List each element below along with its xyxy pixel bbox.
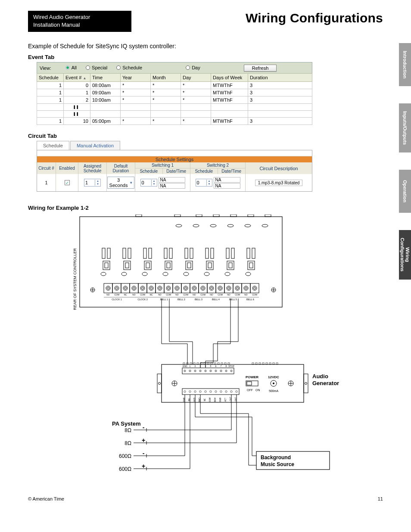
svg-text:NO: NO (227, 293, 230, 296)
table-row: 1210:00am***MTWThF3 (37, 96, 312, 104)
svg-point-100 (202, 287, 204, 289)
tab-operation[interactable]: Operation (399, 170, 411, 213)
svg-point-211 (215, 391, 217, 392)
svg-rect-144 (162, 364, 304, 402)
svg-rect-98 (199, 283, 207, 293)
sw1-date[interactable]: NA (159, 177, 185, 183)
sort-icon: ▲ (83, 76, 86, 80)
sw2-time[interactable]: NA (214, 183, 240, 189)
enabled-checkbox[interactable]: ✓ (65, 180, 70, 185)
svg-text:+: + (142, 463, 145, 470)
svg-text:8Ω: 8Ω (125, 427, 131, 433)
sw1-schedule-spinner[interactable]: ▲▼ (140, 179, 157, 187)
view-label: View: (40, 65, 51, 71)
radio-day[interactable]: Day (186, 65, 200, 70)
svg-rect-2 (174, 215, 181, 217)
circuit-row: 1 ✓ ▲▼ 3 Seconds▾ ▲▼ (37, 174, 312, 191)
svg-point-38 (184, 272, 189, 276)
svg-rect-110 (224, 283, 233, 293)
svg-rect-29 (164, 248, 167, 258)
svg-point-95 (192, 286, 196, 290)
tab-inputs-outputs[interactable]: Inputs/Outputs (399, 103, 411, 152)
svg-point-214 (230, 391, 232, 392)
sw2-date[interactable]: NA (214, 177, 240, 183)
svg-rect-44 (226, 248, 229, 258)
svg-rect-62 (121, 283, 130, 293)
svg-rect-37 (187, 263, 191, 268)
svg-point-103 (209, 286, 214, 290)
circuit-header-row: Circuit # Enabled Assigned Schedule Defa… (37, 162, 312, 174)
svg-rect-145 (157, 374, 162, 393)
rear-label: REAR OF SYSTEM CONTROLLER (73, 248, 77, 310)
intro-text: Example of Schedule for SiteSync IQ syst… (28, 43, 383, 50)
spin-down-icon[interactable]: ▼ (95, 183, 100, 186)
svg-rect-94 (190, 283, 199, 293)
svg-text:COM: COM (252, 293, 257, 296)
svg-point-64 (125, 287, 127, 289)
svg-rect-1 (136, 215, 142, 217)
svg-text:Music Source: Music Source (261, 461, 294, 467)
svg-rect-34 (185, 248, 188, 258)
svg-rect-31 (165, 261, 172, 270)
svg-text:500mA: 500mA (269, 389, 279, 392)
svg-point-79 (158, 286, 162, 290)
sw2-schedule-spinner[interactable]: ▲▼ (196, 179, 212, 187)
svg-text:COM: COM (114, 293, 119, 296)
svg-rect-26 (144, 261, 151, 270)
tab-wiring-configurations[interactable]: WiringConfigurations (399, 230, 411, 279)
spin-up-icon[interactable]: ▲ (95, 180, 100, 183)
side-tabs: Introduction Inputs/Outputs Operation Wi… (399, 43, 411, 280)
svg-rect-90 (181, 283, 190, 293)
svg-text:Generator: Generator (312, 380, 339, 386)
svg-point-56 (107, 287, 109, 289)
refresh-button[interactable]: Refresh (244, 65, 277, 72)
svg-point-212 (220, 391, 222, 392)
sw1-time[interactable]: NA (159, 183, 185, 189)
schedule-settings-bar: Schedule Settings (37, 156, 312, 162)
radio-special[interactable]: Special (86, 65, 107, 70)
radio-schedule[interactable]: Schedule (116, 65, 142, 70)
svg-point-215 (236, 391, 237, 392)
manual-title-box: Wired Audio Generator Installation Manua… (28, 11, 131, 32)
svg-point-115 (235, 286, 240, 290)
svg-text:OFF: OFF (247, 389, 253, 392)
svg-text:NO: NO (132, 293, 136, 296)
svg-point-9 (193, 224, 199, 227)
event-table: View: All Special Schedule Day Refresh S… (37, 62, 312, 125)
svg-text:NO: NO (244, 293, 248, 296)
assigned-schedule-spinner[interactable]: ▲▼ (84, 179, 101, 187)
svg-point-13 (262, 224, 268, 227)
svg-rect-40 (211, 248, 214, 258)
svg-text:BCM: BCM (214, 398, 216, 402)
svg-point-88 (176, 287, 178, 289)
svg-rect-82 (164, 283, 173, 293)
svg-text:NO: NO (106, 293, 110, 296)
svg-text:7: 7 (221, 365, 222, 367)
radio-all[interactable]: All (65, 65, 77, 70)
svg-text:CLOCK 2: CLOCK 2 (137, 298, 148, 301)
svg-text:POWER: POWER (246, 375, 258, 379)
svg-rect-146 (304, 374, 308, 393)
tab-introduction[interactable]: Introduction (399, 43, 411, 86)
svg-text:NO: NO (158, 293, 162, 296)
circuit-tab-manual[interactable]: Manual Activation (70, 141, 120, 150)
svg-rect-36 (186, 261, 193, 270)
svg-point-99 (201, 286, 205, 290)
svg-text:12VDC: 12VDC (268, 375, 279, 379)
svg-rect-19 (123, 248, 126, 258)
svg-point-68 (133, 287, 135, 289)
circuit-description-input[interactable]: 1.mp3-8.mp3 Rotated (255, 180, 302, 186)
svg-point-18 (101, 272, 106, 276)
default-duration-select[interactable]: 3 Seconds▾ (107, 177, 135, 189)
svg-text:8Ω: 8Ω (125, 440, 131, 446)
svg-point-60 (116, 287, 118, 289)
svg-rect-27 (146, 263, 149, 268)
svg-point-84 (168, 287, 170, 289)
svg-rect-229 (247, 382, 252, 385)
svg-rect-58 (112, 283, 121, 293)
svg-point-53 (246, 272, 251, 276)
circuit-tab-schedule[interactable]: Schedule (37, 141, 69, 150)
svg-point-148 (305, 383, 307, 385)
svg-rect-5 (230, 215, 237, 217)
svg-point-210 (210, 391, 212, 392)
